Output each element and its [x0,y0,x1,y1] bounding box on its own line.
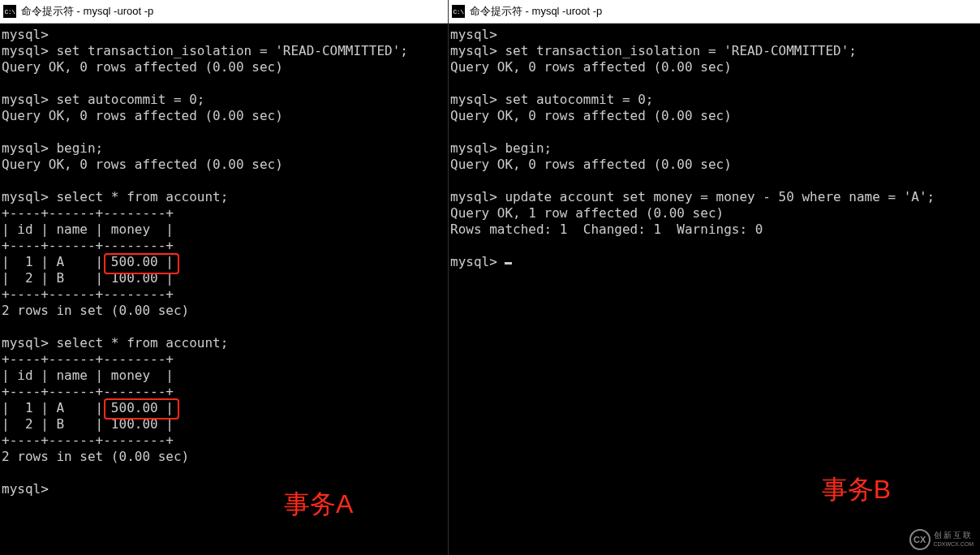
cursor-icon [505,262,512,265]
window-title-left: 命令提示符 - mysql -uroot -p [21,4,153,19]
transaction-label-b: 事务B [822,472,891,508]
cmd-icon: C:\ [452,5,465,18]
terminal-pane-left: C:\ 命令提示符 - mysql -uroot -p mysql> mysql… [0,0,449,555]
terminal-output-left[interactable]: mysql> mysql> set transaction_isolation … [0,24,448,501]
window-title-right: 命令提示符 - mysql -uroot -p [470,4,602,19]
titlebar-left[interactable]: C:\ 命令提示符 - mysql -uroot -p [0,0,448,24]
terminal-output-right[interactable]: mysql> mysql> set transaction_isolation … [449,24,980,273]
transaction-label-a: 事务A [284,487,353,523]
titlebar-right[interactable]: C:\ 命令提示符 - mysql -uroot -p [449,0,980,24]
cmd-icon: C:\ [3,5,16,18]
terminal-pane-right: C:\ 命令提示符 - mysql -uroot -p mysql> mysql… [449,0,980,555]
